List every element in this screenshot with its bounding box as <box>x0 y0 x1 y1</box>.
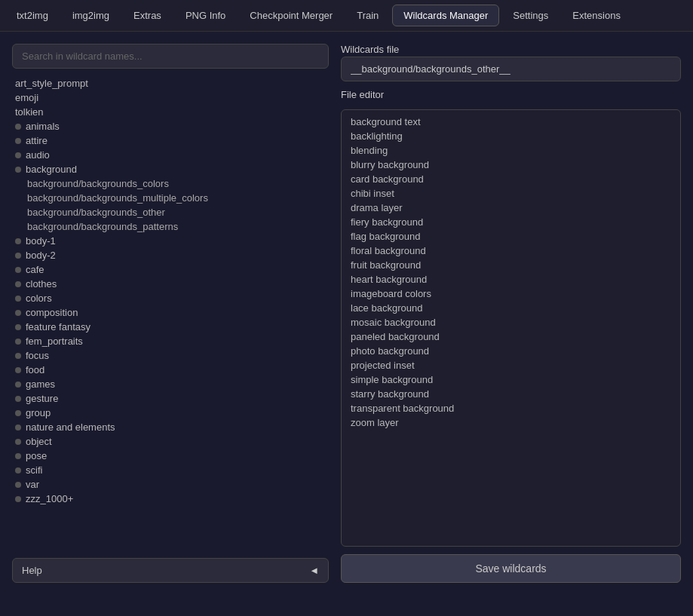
list-item[interactable]: lace background <box>345 301 677 315</box>
list-item[interactable]: photo background <box>345 344 677 358</box>
list-item[interactable]: fiery background <box>345 215 677 229</box>
list-item[interactable]: games <box>12 377 329 391</box>
bullet-dot <box>15 238 21 244</box>
bullet-dot <box>15 138 21 144</box>
list-item[interactable]: background/backgrounds_patterns <box>12 219 329 234</box>
bullet-dot <box>15 124 21 130</box>
help-icon[interactable]: ◄ <box>309 565 319 576</box>
list-item[interactable]: fruit background <box>345 258 677 272</box>
list-item[interactable]: backlighting <box>345 129 677 143</box>
bullet-dot <box>15 310 21 316</box>
file-editor-label: File editor <box>341 89 681 100</box>
bullet-dot <box>15 467 21 473</box>
list-item[interactable]: fem_portraits <box>12 334 329 348</box>
list-item[interactable]: cafe <box>12 262 329 277</box>
nav-tab-txt2img[interactable]: txt2img <box>6 5 59 26</box>
list-item[interactable]: flag background <box>345 229 677 244</box>
list-item[interactable]: mosaic background <box>345 315 677 329</box>
nav-tab-extras[interactable]: Extras <box>123 5 172 26</box>
list-item[interactable]: background <box>12 162 329 176</box>
list-item[interactable]: art_style_prompt <box>12 76 329 90</box>
nav-tab-settings[interactable]: Settings <box>502 5 559 26</box>
list-item[interactable]: transparent background <box>345 401 677 415</box>
list-item[interactable]: composition <box>12 305 329 320</box>
list-item[interactable]: blurry background <box>345 158 677 172</box>
right-panel: Wildcards file File editor background te… <box>341 44 681 583</box>
help-section[interactable]: Help ◄ <box>12 558 329 583</box>
bullet-dot <box>15 396 21 402</box>
bullet-dot <box>15 410 21 416</box>
search-input[interactable] <box>12 44 329 69</box>
list-item[interactable]: background/backgrounds_other <box>12 205 329 219</box>
list-item[interactable]: floral background <box>345 244 677 258</box>
bullet-dot <box>15 453 21 459</box>
list-item[interactable]: zzz_1000+ <box>12 492 329 506</box>
wildcard-list: art_style_promptemojitolkienanimalsattir… <box>12 76 329 544</box>
list-item-label: attire <box>26 135 48 146</box>
list-item[interactable]: food <box>12 363 329 377</box>
list-item-label: background <box>26 164 77 175</box>
wildcards-file-label: Wildcards file <box>341 44 681 55</box>
list-item[interactable]: body-2 <box>12 248 329 262</box>
list-item[interactable]: simple background <box>345 372 677 387</box>
list-item[interactable]: body-1 <box>12 234 329 248</box>
nav-tab-checkpoint-merger[interactable]: Checkpoint Merger <box>239 5 343 26</box>
list-item-label: object <box>26 436 52 447</box>
bullet-dot <box>15 281 21 287</box>
list-item[interactable]: colors <box>12 291 329 305</box>
list-item[interactable]: gesture <box>12 391 329 406</box>
list-item[interactable]: blending <box>345 143 677 158</box>
list-item[interactable]: group <box>12 406 329 420</box>
bullet-dot <box>15 367 21 373</box>
list-item[interactable]: background/backgrounds_colors <box>12 176 329 191</box>
list-item[interactable]: feature fantasy <box>12 320 329 334</box>
list-item[interactable]: paneled background <box>345 329 677 344</box>
list-item[interactable]: pose <box>12 449 329 463</box>
list-item[interactable]: drama layer <box>345 201 677 215</box>
list-item[interactable]: starry background <box>345 387 677 401</box>
bullet-dot <box>15 267 21 273</box>
nav-tab-extensions[interactable]: Extensions <box>562 5 631 26</box>
bullet-dot <box>15 152 21 158</box>
list-item[interactable]: focus <box>12 348 329 363</box>
list-item[interactable]: imageboard colors <box>345 287 677 301</box>
bullet-dot <box>15 439 21 445</box>
list-item[interactable]: background/backgrounds_multiple_colors <box>12 191 329 205</box>
list-item-label: tolkien <box>15 106 44 118</box>
nav-tab-img2img[interactable]: img2img <box>62 5 120 26</box>
bullet-dot <box>15 167 21 173</box>
save-wildcards-button[interactable]: Save wildcards <box>341 554 681 583</box>
list-item[interactable]: card background <box>345 172 677 186</box>
list-item-label: gesture <box>26 393 58 404</box>
list-item[interactable]: chibi inset <box>345 186 677 201</box>
file-editor-list: background textbacklightingblendingblurr… <box>341 109 681 547</box>
list-item[interactable]: clothes <box>12 277 329 291</box>
list-item-label: group <box>26 407 51 418</box>
wildcards-file-input[interactable] <box>341 57 681 81</box>
bullet-dot <box>15 339 21 345</box>
list-item[interactable]: nature and elements <box>12 420 329 434</box>
list-item[interactable]: heart background <box>345 272 677 287</box>
list-item[interactable]: emoji <box>12 90 329 105</box>
bullet-dot <box>15 482 21 488</box>
help-label: Help <box>22 565 42 576</box>
nav-tab-train[interactable]: Train <box>346 5 389 26</box>
nav-tab-png-info[interactable]: PNG Info <box>175 5 236 26</box>
list-item[interactable]: object <box>12 434 329 449</box>
list-item[interactable]: background text <box>345 115 677 129</box>
list-item[interactable]: scifi <box>12 463 329 477</box>
list-item[interactable]: animals <box>12 119 329 133</box>
bullet-dot <box>15 424 21 431</box>
nav-tab-wildcards-manager[interactable]: Wildcards Manager <box>392 5 499 26</box>
list-item[interactable]: projected inset <box>345 358 677 372</box>
list-item[interactable]: zoom layer <box>345 415 677 430</box>
list-item[interactable]: var <box>12 477 329 492</box>
list-item[interactable]: tolkien <box>12 105 329 119</box>
list-item-label: colors <box>26 293 52 304</box>
list-item[interactable]: audio <box>12 148 329 162</box>
list-item-label: feature fantasy <box>26 321 90 333</box>
list-item-label: clothes <box>26 278 57 290</box>
wildcards-file-section: Wildcards file <box>341 44 681 81</box>
list-item[interactable]: attire <box>12 133 329 148</box>
bullet-dot <box>15 253 21 259</box>
